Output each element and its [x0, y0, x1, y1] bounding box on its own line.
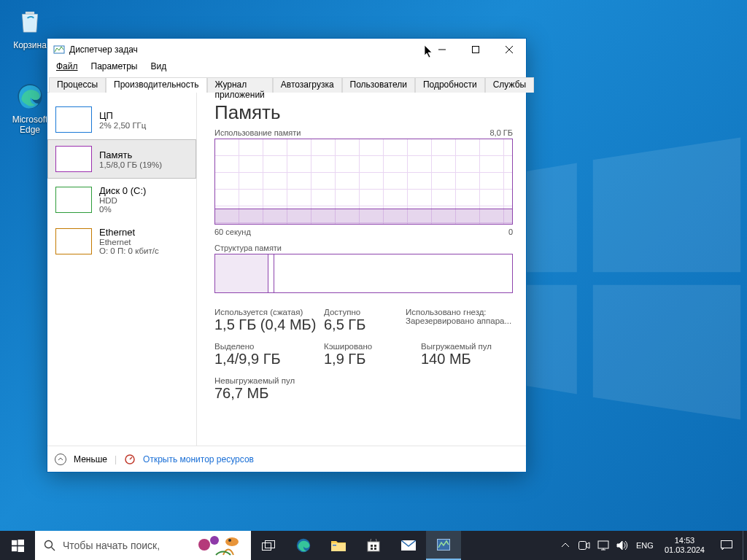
sidebar-item-title: Память: [99, 149, 162, 160]
main-panel: Память Использование памяти 8,0 ГБ 60 се…: [197, 93, 526, 446]
tray-time: 14:53: [665, 536, 705, 545]
search-icon: [44, 540, 55, 551]
svg-rect-35: [578, 542, 586, 550]
sidebar-item-title: ЦП: [99, 110, 146, 121]
svg-point-22: [228, 539, 231, 542]
tab-processes[interactable]: Процессы: [49, 77, 106, 93]
maximize-button[interactable]: [459, 39, 492, 61]
tab-performance[interactable]: Производительность: [106, 77, 206, 93]
sidebar-item-memory[interactable]: Память 1,5/8,0 ГБ (19%): [47, 139, 196, 179]
tray-volume-icon[interactable]: [614, 540, 631, 551]
sidebar-item-ethernet[interactable]: Ethernet Ethernet О: 0 П: 0 кбит/с: [47, 220, 196, 262]
search-decorative-art: [194, 533, 247, 560]
svg-marker-1: [593, 137, 740, 272]
task-view-button[interactable]: [251, 531, 286, 560]
x-axis-left: 60 секунд: [214, 228, 251, 236]
svg-rect-31: [371, 548, 373, 550]
svg-rect-28: [368, 542, 379, 551]
cpu-thumbnail-icon: [55, 106, 92, 133]
svg-marker-3: [593, 285, 740, 420]
svg-rect-16: [18, 546, 24, 552]
system-tray: ENG 14:53 01.03.2024: [557, 531, 747, 560]
minimize-button[interactable]: [425, 39, 459, 61]
taskbar-app-task-manager[interactable]: [426, 531, 461, 560]
sidebar-item-sub2: О: 0 П: 0 кбит/с: [99, 246, 159, 255]
sidebar-item-disk[interactable]: Диск 0 (C:) HDD 0%: [47, 179, 196, 220]
tray-clock[interactable]: 14:53 01.03.2024: [659, 536, 711, 554]
x-axis-right: 0: [508, 228, 513, 236]
menu-view[interactable]: Вид: [144, 61, 172, 75]
svg-rect-29: [371, 545, 373, 547]
memory-usage-graph[interactable]: [214, 139, 513, 225]
sidebar-item-sub: Ethernet: [99, 238, 159, 246]
svg-rect-13: [12, 540, 17, 545]
resource-monitor-icon: [124, 454, 136, 465]
stat-cached: Кэшировано 1,9 ГБ: [324, 342, 406, 368]
sidebar-item-sub: 1,5/8,0 ГБ (19%): [99, 160, 162, 169]
task-manager-window: Диспетчер задач Файл Параметры Вид Проце…: [47, 38, 527, 472]
tray-meet-now-icon[interactable]: [576, 541, 593, 550]
menu-options[interactable]: Параметры: [85, 61, 144, 75]
open-resource-monitor-link[interactable]: Открыть монитор ресурсов: [143, 454, 254, 464]
tray-overflow-button[interactable]: [557, 543, 574, 548]
menubar: Файл Параметры Вид: [47, 61, 526, 75]
show-desktop-button[interactable]: [743, 531, 747, 560]
svg-rect-26: [331, 543, 346, 551]
stat-committed: Выделено 1,4/9,9 ГБ: [214, 342, 324, 368]
stat-in-use: Используется (сжатая) 1,5 ГБ (0,4 МБ): [214, 308, 324, 333]
stat-nonpaged-pool: Невыгружаемый пул 76,7 МБ: [214, 376, 295, 402]
start-button[interactable]: [0, 531, 35, 560]
taskbar-app-store[interactable]: [356, 531, 391, 560]
stats-grid: Используется (сжатая) 1,5 ГБ (0,4 МБ) До…: [214, 308, 513, 411]
close-button[interactable]: [492, 39, 526, 61]
sidebar-item-sub2: 0%: [99, 205, 146, 214]
graph-x-axis: 60 секунд 0: [214, 228, 513, 236]
svg-point-19: [198, 539, 210, 551]
memory-composition-chart[interactable]: [214, 254, 513, 293]
menu-file[interactable]: Файл: [50, 61, 84, 75]
svg-line-18: [52, 548, 55, 551]
page-heading: Память: [214, 101, 513, 124]
taskbar-search[interactable]: Чтобы начать поиск,: [35, 531, 251, 560]
sidebar-item-sub: HDD: [99, 196, 146, 205]
tray-action-center[interactable]: [712, 540, 741, 551]
sidebar-item-cpu[interactable]: ЦП 2% 2,50 ГГц: [47, 100, 196, 139]
performance-sidebar: ЦП 2% 2,50 ГГц Память 1,5/8,0 ГБ (19%) Д…: [47, 93, 197, 446]
tab-bar: Процессы Производительность Журнал прило…: [47, 75, 526, 93]
window-title: Диспетчер задач: [69, 44, 425, 55]
fewer-details-button[interactable]: Меньше: [74, 454, 107, 464]
tab-users[interactable]: Пользователи: [342, 77, 415, 93]
tab-details[interactable]: Подробности: [415, 77, 485, 93]
svg-point-21: [225, 537, 239, 546]
graph-header-row: Использование памяти 8,0 ГБ: [214, 128, 513, 137]
taskbar-app-mail[interactable]: [391, 531, 426, 560]
usage-label: Использование памяти: [214, 128, 301, 137]
edge-icon: [12, 79, 47, 114]
svg-rect-6: [54, 46, 64, 53]
tab-services[interactable]: Службы: [485, 77, 534, 93]
taskbar-app-explorer[interactable]: [321, 531, 356, 560]
stat-available: Доступно 6,5 ГБ: [324, 308, 406, 333]
svg-rect-36: [598, 541, 608, 548]
recycle-bin-icon: [12, 4, 47, 39]
tab-startup[interactable]: Автозагрузка: [273, 77, 342, 93]
sidebar-item-sub: 2% 2,50 ГГц: [99, 121, 146, 130]
tray-language[interactable]: ENG: [632, 541, 657, 550]
taskbar-app-edge[interactable]: [286, 531, 321, 560]
memory-thumbnail-icon: [55, 146, 92, 172]
svg-point-17: [45, 541, 53, 548]
svg-rect-27: [333, 545, 336, 546]
svg-rect-24: [266, 541, 275, 548]
composition-segment-modified: [268, 254, 274, 292]
tab-app-history[interactable]: Журнал приложений: [207, 77, 273, 93]
task-manager-icon: [53, 44, 65, 55]
titlebar[interactable]: Диспетчер задач: [47, 39, 526, 61]
composition-segment-inuse: [215, 254, 268, 292]
sidebar-item-title: Диск 0 (C:): [99, 185, 146, 196]
search-placeholder: Чтобы начать поиск,: [63, 540, 160, 551]
tray-network-icon[interactable]: [595, 540, 612, 551]
svg-rect-23: [263, 543, 271, 551]
collapse-icon[interactable]: [55, 454, 66, 465]
svg-rect-39: [721, 541, 732, 548]
svg-rect-14: [18, 540, 24, 545]
